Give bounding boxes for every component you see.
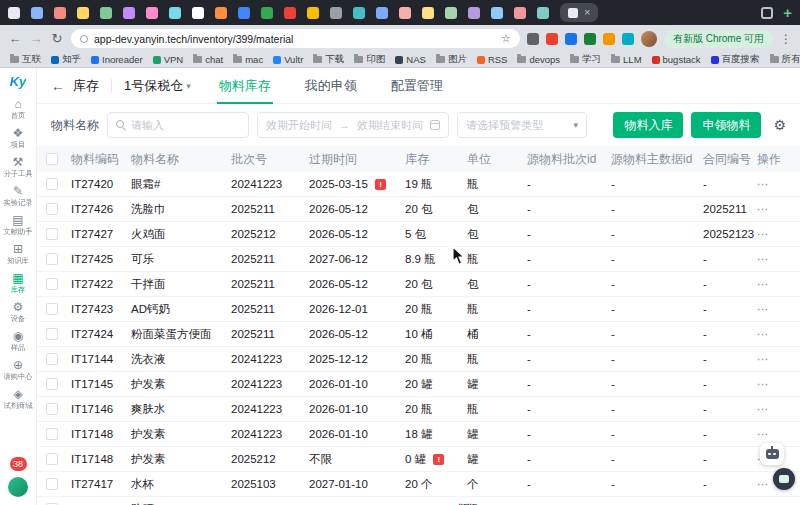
- bookmark-item[interactable]: 知乎: [51, 53, 81, 66]
- browser-tab-favicon[interactable]: [215, 7, 227, 19]
- bookmark-item[interactable]: mac: [233, 54, 263, 65]
- new-tab-icon[interactable]: +: [783, 5, 792, 20]
- support-chat-widget[interactable]: [773, 468, 795, 490]
- extension-icon[interactable]: [622, 33, 634, 45]
- row-checkbox[interactable]: [46, 203, 58, 215]
- table-row[interactable]: IT27427 火鸡面 2025212 2026-05-12 5 包: [37, 222, 800, 247]
- bookmark-item[interactable]: Inoreader: [91, 54, 143, 65]
- browser-tab-favicon[interactable]: [422, 7, 434, 19]
- table-row[interactable]: IT27424 粉面菜蛋方便面 2025211 2026-05-12 10 桶: [37, 322, 800, 347]
- table-row[interactable]: IT27422 干拌面 2025211 2026-05-12 20 包: [37, 272, 800, 297]
- back-icon[interactable]: ←: [8, 31, 22, 46]
- row-actions-button[interactable]: ⋯: [757, 327, 797, 341]
- table-settings-gear-icon[interactable]: ⚙: [773, 117, 786, 133]
- browser-tab-favicon[interactable]: [330, 7, 342, 19]
- claim-material-button[interactable]: 申领物料: [691, 112, 761, 138]
- browser-tab-favicon[interactable]: [146, 7, 158, 19]
- sidebar-item[interactable]: ❖ 项目: [10, 127, 26, 149]
- sidebar-item[interactable]: ⌂ 首页: [10, 98, 26, 120]
- browser-tab-favicon[interactable]: [491, 7, 503, 19]
- expiry-date-range-picker[interactable]: 效期开始时间 → 效期结束时间: [257, 112, 449, 138]
- table-row[interactable]: IT27426 洗脸巾 2025211 2026-05-12 20 包: [37, 197, 800, 222]
- url-text[interactable]: app-dev.yanyin.tech/inventory/399/materi…: [94, 33, 495, 45]
- row-checkbox[interactable]: [46, 303, 58, 315]
- extension-icon[interactable]: [603, 33, 615, 45]
- row-actions-button[interactable]: ⋯: [757, 377, 797, 391]
- browser-tab-favicon[interactable]: [54, 7, 66, 19]
- table-row[interactable]: IT27417 水杯 2025103 2027-01-10 20 个: [37, 472, 800, 497]
- browser-tab-favicon[interactable]: [514, 7, 526, 19]
- sidebar-item[interactable]: ⚒ 分子工具: [2, 156, 34, 178]
- table-row[interactable]: IT27425 可乐 2025211 2027-06-12 8.9 瓶: [37, 247, 800, 272]
- page-back-label[interactable]: 库存: [73, 77, 99, 95]
- active-browser-tab[interactable]: ×: [560, 3, 598, 22]
- assistant-robot-widget[interactable]: [760, 443, 784, 465]
- bookmark-star-icon[interactable]: ☆: [501, 32, 511, 45]
- browser-tab-favicon[interactable]: [284, 7, 296, 19]
- sidebar-item[interactable]: ▦ 库存: [10, 272, 26, 294]
- bookmark-item[interactable]: bugstack: [652, 54, 701, 65]
- browser-tab-favicon[interactable]: [261, 7, 273, 19]
- row-actions-button[interactable]: ⋯: [757, 352, 797, 366]
- alert-type-select[interactable]: 请选择预警类型 ▾: [457, 112, 587, 138]
- bookmark-item[interactable]: RSS: [477, 54, 508, 65]
- extension-icon[interactable]: [565, 33, 577, 45]
- table-row[interactable]: IT27423 AD钙奶 2025211 2026-12-01 20 瓶: [37, 297, 800, 322]
- sidebar-item[interactable]: ◉ 样品: [10, 330, 26, 352]
- browser-tab-favicon[interactable]: [123, 7, 135, 19]
- table-row[interactable]: IT17144 洗衣液 20241223 2025-12-12 20 瓶: [37, 347, 800, 372]
- bookmark-item[interactable]: 互联: [10, 53, 41, 66]
- row-actions-button[interactable]: ⋯: [757, 252, 797, 266]
- bookmark-item[interactable]: LLM: [611, 54, 641, 65]
- material-name-input[interactable]: 请输入: [107, 112, 249, 138]
- browser-tab-favicon[interactable]: [307, 7, 319, 19]
- extension-icon[interactable]: [584, 33, 596, 45]
- table-row[interactable]: IT17145 护发素 20241223 2026-01-10 20 罐: [37, 372, 800, 397]
- row-checkbox[interactable]: [46, 228, 58, 240]
- browser-tab-favicon[interactable]: [238, 7, 250, 19]
- bookmark-item[interactable]: 印图: [354, 53, 385, 66]
- row-checkbox[interactable]: [46, 453, 58, 465]
- sidebar-item[interactable]: ⊞ 知识库: [6, 243, 30, 265]
- tab-close-icon[interactable]: ×: [584, 7, 590, 18]
- row-checkbox[interactable]: [46, 253, 58, 265]
- row-checkbox[interactable]: [46, 478, 58, 490]
- sidebar-item[interactable]: ✎ 实验记录: [2, 185, 34, 207]
- bookmark-item[interactable]: 百度搜索: [711, 53, 760, 66]
- address-bar[interactable]: app-dev.yanyin.tech/inventory/399/materi…: [71, 29, 520, 48]
- row-actions-button[interactable]: ⋯: [757, 302, 797, 316]
- row-actions-button[interactable]: ⋯: [757, 202, 797, 216]
- site-info-icon[interactable]: [80, 35, 88, 43]
- select-all-checkbox[interactable]: [46, 153, 58, 165]
- table-row[interactable]: IT27420 眼霜# 20241223 2025-03-15 ! 19 瓶: [37, 172, 800, 197]
- notification-badge[interactable]: 38: [10, 457, 27, 471]
- page-tab[interactable]: 我的申领: [303, 68, 359, 103]
- table-row[interactable]: IT17148 护发素 20241223 2026-01-10 18 罐: [37, 422, 800, 447]
- table-row[interactable]: IT27418 防晒 2025103 2027-01-10 18.111111 …: [37, 497, 800, 505]
- browser-menu-icon[interactable]: ⋮: [780, 32, 792, 46]
- browser-tab-favicon[interactable]: [468, 7, 480, 19]
- bookmark-item[interactable]: devops: [517, 54, 560, 65]
- sidebar-item[interactable]: ◈ 试剂商城: [2, 388, 34, 410]
- browser-tab-favicon[interactable]: [192, 7, 204, 19]
- row-checkbox[interactable]: [46, 278, 58, 290]
- table-row[interactable]: IT17148 护发素 2025212 不限 0 罐 ! 罐: [37, 447, 800, 472]
- bookmark-item[interactable]: chat: [193, 54, 223, 65]
- row-checkbox[interactable]: [46, 328, 58, 340]
- row-checkbox[interactable]: [46, 178, 58, 190]
- row-actions-button[interactable]: ⋯: [757, 277, 797, 291]
- browser-tab-favicon[interactable]: [537, 7, 549, 19]
- material-inbound-button[interactable]: 物料入库: [613, 112, 683, 138]
- extension-icon[interactable]: [527, 33, 539, 45]
- warehouse-selector[interactable]: 1号保税仓 ▾: [124, 77, 191, 95]
- row-actions-button[interactable]: ⋯: [757, 177, 797, 191]
- reload-icon[interactable]: ↻: [50, 31, 64, 46]
- user-avatar[interactable]: [8, 477, 28, 497]
- browser-tab-favicon[interactable]: [31, 7, 43, 19]
- browser-profile-avatar[interactable]: [641, 31, 657, 47]
- bookmark-item[interactable]: NAS: [395, 54, 426, 65]
- browser-tab-favicon[interactable]: [399, 7, 411, 19]
- bookmark-item[interactable]: VPN: [153, 54, 184, 65]
- all-bookmarks-button[interactable]: 所有书签: [770, 53, 800, 66]
- sidebar-item[interactable]: ⊕ 请购中心: [2, 359, 34, 381]
